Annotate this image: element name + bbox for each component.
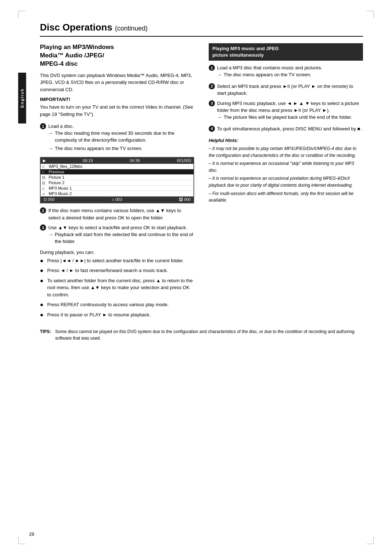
left-column: Playing an MP3/Windows Media™ Audio /JPE… (40, 43, 194, 321)
tips-text: Some discs cannot be played on this DVD … (55, 328, 363, 341)
intro-text: This DVD system can playback Windows Med… (40, 72, 194, 93)
during-playback-label: During playback, you can; (40, 250, 194, 255)
bullet-dot-4: ● (40, 301, 44, 308)
subsection-heading: Playing MP3 music and JPEG picture simul… (209, 43, 363, 61)
right-step-4-number: 4 (209, 126, 215, 132)
bullet-1: ● Press |◄◄ / ►►| to select another trac… (40, 257, 194, 264)
right-step-2-number: 2 (209, 83, 215, 89)
row-icon-0: □ (42, 170, 47, 174)
step-2: 2 If the disc main menu contains various… (40, 207, 194, 221)
right-step-1: 1 Load a MP3 disc that contains music an… (209, 64, 363, 80)
step-3-number: 3 (40, 224, 46, 231)
tips-label: TIPS: (40, 328, 53, 341)
folder-icon: □ (42, 165, 47, 169)
row-icon-4: ♫ (42, 192, 47, 196)
screen-folder-row: □ \MP3_files_128kbs (41, 164, 193, 169)
right-step3-arrow: → The picture files will be played back … (217, 114, 363, 121)
step-1: 1 Load a disc. → The disc reading time m… (40, 123, 194, 153)
bullet-5: ● Press II to pause or PLAY ► to resume … (40, 311, 194, 319)
right-step1-arrow: → The disc menu appears on the TV screen… (217, 72, 363, 78)
step-1-number: 1 (40, 123, 46, 129)
right-step-1-number: 1 (209, 65, 215, 71)
bullet-dot-5: ● (40, 311, 44, 319)
screen-bottom-bar: ⊡ 050 ♫ 003 🖼 000 (41, 197, 193, 203)
row-icon-1: ⊡ (42, 175, 47, 179)
step-2-number: 2 (40, 207, 46, 214)
right-step-3-number: 3 (209, 100, 215, 106)
page-number: 28 (29, 531, 34, 537)
hint-1: – It may not be possible to play certain… (209, 145, 363, 159)
screen-mockup: ▶ 00:19 04:39 001/003 □ \MP3_files_128kb… (40, 157, 194, 203)
helpful-hints-label: Helpful Hints: (209, 138, 363, 143)
bullet-dot-3: ● (40, 277, 44, 299)
step3-arrow: → Playback will start from the selected … (48, 231, 194, 245)
hint-2: – It is normal to experience an occasion… (209, 160, 363, 174)
screen-row-pic1: ⊡ Picture 1 (41, 175, 193, 180)
page-title: Disc Operations (continued) (40, 22, 363, 37)
screen-row-previous: □ Previous (41, 169, 193, 175)
important-text: You have to turn on your TV and set to t… (40, 104, 194, 118)
bullet-3: ● To select another folder from the curr… (40, 277, 194, 299)
row-icon-2: ⊡ (42, 181, 47, 185)
screen-row-mp3-1: ♫ MP3 Music 1 (41, 186, 193, 191)
screen-pic-count: 🖼 000 (179, 197, 191, 202)
step1-arrow-a: → The disc reading time may exceed 30 se… (48, 130, 194, 144)
step1-arrow-b: → The disc menu appears on the TV screen… (48, 145, 194, 152)
step-3: 3 Use ▲▼ keys to select a track/file and… (40, 224, 194, 246)
playback-bullets: ● Press |◄◄ / ►►| to select another trac… (40, 257, 194, 319)
hint-3: – It is normal to experience an occasion… (209, 175, 363, 189)
screen-row-mp3-2: ♫ MP3 Music 2 (41, 191, 193, 197)
right-column: Playing MP3 music and JPEG picture simul… (209, 43, 363, 321)
bullet-2: ● Press ◄ / ► to fast reverse/forward se… (40, 267, 194, 274)
right-step-2: 2 Select an MP3 track and press ►II (or … (209, 83, 363, 97)
screen-play-icon: ▶ (43, 158, 46, 163)
continued-label: (continued) (115, 25, 148, 32)
section-heading: Playing an MP3/Windows Media™ Audio /JPE… (40, 43, 194, 68)
row-icon-3: ♫ (42, 186, 47, 190)
bullet-4: ● Press REPEAT continuously to access va… (40, 301, 194, 308)
right-step-4: 4 To quit simultaneous playback, press D… (209, 125, 363, 133)
screen-music-count: ♫ 003 (111, 197, 122, 202)
right-step-3: 3 During MP3 music playback, use ◄ ► ▲ ▼… (209, 100, 363, 122)
bullet-dot-2: ● (40, 267, 44, 274)
hint-4: – For multi-session discs with different… (209, 190, 363, 204)
important-label: IMPORTANT! (40, 97, 194, 102)
tips-box: TIPS: Some discs cannot be played on thi… (40, 328, 363, 341)
screen-top-bar: ▶ 00:19 04:39 001/003 (41, 158, 193, 164)
screen-row-pic2: ⊡ Picture 2 (41, 180, 193, 186)
bullet-dot-1: ● (40, 257, 44, 264)
screen-folder-count: ⊡ 050 (44, 197, 54, 202)
